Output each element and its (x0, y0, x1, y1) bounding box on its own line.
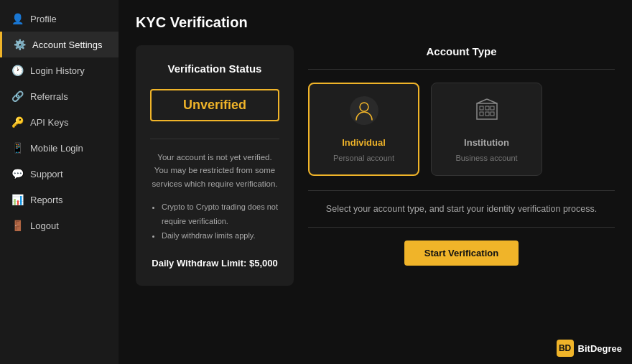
svg-line-10 (487, 99, 497, 103)
individual-icon (350, 96, 378, 131)
institution-icon (473, 96, 501, 131)
settings-icon: ⚙️ (14, 39, 25, 50)
sidebar-item-label: Login History (30, 65, 85, 76)
sidebar-item-profile[interactable]: 👤 Profile (0, 6, 118, 32)
svg-rect-6 (480, 112, 483, 116)
sidebar-item-api-keys[interactable]: 🔑 API Keys (0, 109, 118, 135)
bullet-list: Crypto to Crypto trading does not requir… (150, 200, 279, 243)
sidebar-item-label: Logout (30, 220, 59, 231)
mobile-icon: 📱 (11, 142, 23, 154)
logo-icon: BD (557, 340, 574, 357)
sidebar-item-mobile-login[interactable]: 📱 Mobile Login (0, 135, 118, 161)
sidebar-item-label: Profile (30, 14, 57, 24)
history-icon: 🕐 (11, 65, 23, 76)
svg-point-0 (350, 96, 378, 125)
verification-card: Verification Status Unverified Your acco… (136, 45, 294, 286)
main-content: KYC Verification Verification Status Unv… (118, 0, 632, 364)
instruction-text: Select your account type, and start your… (308, 204, 615, 214)
withdraw-amount: $5,000 (249, 258, 278, 269)
bullet-item-1: Crypto to Crypto trading does not requir… (162, 200, 279, 229)
button-divider (308, 227, 615, 228)
withdraw-limit: Daily Withdraw Limit: $5,000 (150, 258, 279, 269)
institution-sublabel: Business account (455, 154, 517, 162)
sidebar-item-label: Mobile Login (30, 143, 83, 154)
svg-rect-4 (485, 106, 489, 110)
svg-line-9 (477, 99, 487, 103)
institution-label: Institution (464, 137, 509, 148)
page-title: KYC Verification (136, 14, 615, 31)
sidebar-item-login-history[interactable]: 🕐 Login History (0, 57, 118, 83)
profile-icon: 👤 (11, 13, 23, 24)
sidebar-item-label: Support (30, 169, 63, 179)
sidebar-item-referrals[interactable]: 🔗 Referrals (0, 83, 118, 109)
account-type-title: Account Type (308, 45, 615, 57)
individual-card[interactable]: Individual Personal account (308, 83, 419, 176)
content-area: Verification Status Unverified Your acco… (136, 45, 615, 286)
sidebar-item-label: Reports (30, 195, 63, 205)
sidebar-item-reports[interactable]: 📊 Reports (0, 187, 118, 213)
sidebar-item-label: API Keys (30, 117, 68, 128)
individual-sublabel: Personal account (333, 154, 394, 162)
svg-rect-2 (477, 103, 497, 119)
sidebar-item-support[interactable]: 💬 Support (0, 161, 118, 187)
divider (150, 139, 279, 139)
withdraw-label: Daily Withdraw Limit: (152, 258, 246, 269)
section-divider (308, 69, 615, 70)
sidebar-item-label: Account Settings (32, 39, 103, 50)
support-icon: 💬 (11, 168, 23, 179)
logout-icon: 🚪 (11, 220, 23, 231)
sidebar-item-account-settings[interactable]: ⚙️ Account Settings (0, 32, 118, 57)
sidebar: 👤 Profile ⚙️ Account Settings 🕐 Login Hi… (0, 0, 118, 364)
bullet-item-2: Daily withdraw limits apply. (162, 229, 279, 243)
footer-logo: BD BitDegree (557, 340, 622, 357)
instruction-divider (308, 190, 615, 191)
sidebar-item-logout[interactable]: 🚪 Logout (0, 213, 118, 238)
referrals-icon: 🔗 (11, 90, 23, 102)
status-badge: Unverified (150, 89, 279, 121)
api-icon: 🔑 (11, 116, 23, 128)
reports-icon: 📊 (11, 194, 23, 205)
account-type-section: Account Type Individual Personal account (308, 45, 615, 286)
sidebar-item-label: Referrals (30, 91, 68, 102)
svg-rect-3 (480, 106, 483, 110)
verification-card-title: Verification Status (150, 62, 279, 75)
svg-rect-5 (491, 106, 494, 110)
svg-rect-8 (491, 112, 494, 116)
logo-text: BitDegree (578, 343, 622, 354)
start-verification-button[interactable]: Start Verification (404, 241, 519, 266)
svg-rect-7 (485, 112, 489, 116)
description-text: Your account is not yet verified. You ma… (150, 151, 279, 190)
individual-label: Individual (342, 137, 386, 148)
account-type-cards: Individual Personal account (308, 83, 615, 176)
institution-card[interactable]: Institution Business account (431, 83, 542, 176)
